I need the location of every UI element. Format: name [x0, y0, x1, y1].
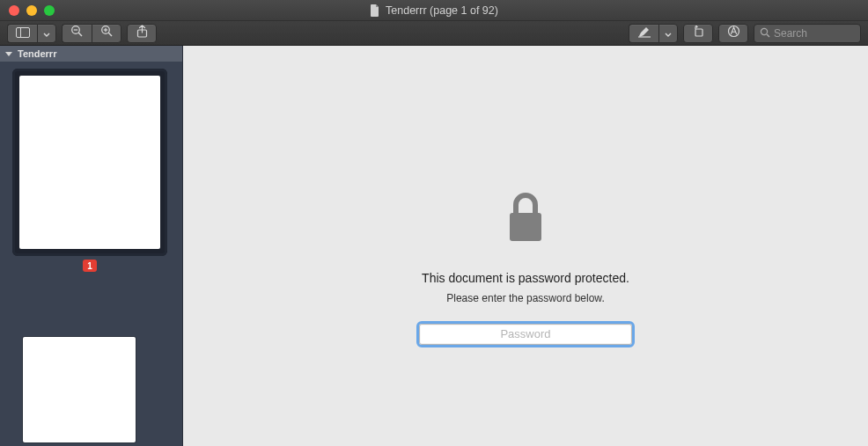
window-titlebar: Tenderrr (page 1 of 92): [0, 0, 868, 21]
markup-toolbar-button[interactable]: [718, 24, 748, 43]
sidebar-view-dropdown[interactable]: [37, 24, 56, 43]
chevron-down-icon: [665, 26, 672, 41]
sidebar-body: 1: [0, 62, 182, 446]
chevron-down-icon: [43, 26, 50, 41]
rotate-icon: [692, 26, 705, 41]
document-view: This document is password protected. Ple…: [183, 46, 868, 446]
content-area: Tenderrr 1 This document is password pro…: [0, 46, 868, 446]
minimize-window-button[interactable]: [26, 5, 37, 16]
svg-line-6: [108, 33, 112, 36]
lock-heading: This document is password protected.: [419, 271, 632, 285]
zoom-window-button[interactable]: [44, 5, 55, 16]
highlighter-icon: [637, 26, 651, 41]
search-icon: [760, 26, 770, 41]
svg-line-14: [767, 34, 769, 37]
window-title: Tenderrr (page 1 of 92): [0, 4, 868, 17]
thumbnails-sidebar: Tenderrr 1: [0, 46, 183, 446]
page-thumbnail[interactable]: 1: [12, 69, 167, 256]
search-field[interactable]: [754, 24, 861, 43]
share-button[interactable]: [127, 24, 157, 43]
lock-icon: [419, 192, 632, 243]
page-number-badge: 1: [83, 260, 97, 272]
lock-subheading: Please enter the password below.: [419, 292, 632, 304]
zoom-out-icon: [70, 25, 84, 41]
sidebar-view-button[interactable]: [7, 24, 37, 43]
toolbar: [0, 21, 868, 46]
document-icon: [370, 4, 380, 17]
page-preview: [19, 76, 160, 249]
sidebar-layout-icon: [16, 26, 30, 41]
svg-rect-15: [510, 213, 541, 241]
svg-rect-0: [16, 27, 29, 37]
highlight-button[interactable]: [629, 24, 658, 43]
page-thumbnail[interactable]: [23, 337, 136, 442]
window-title-text: Tenderrr (page 1 of 92): [386, 4, 498, 17]
zoom-out-button[interactable]: [62, 24, 92, 43]
password-input[interactable]: [419, 324, 632, 345]
sidebar-document-title: Tenderrr: [18, 48, 56, 59]
password-prompt-pane: This document is password protected. Ple…: [419, 192, 632, 345]
view-mode-segment: [7, 24, 56, 43]
sidebar-header[interactable]: Tenderrr: [0, 46, 182, 62]
markup-icon: [727, 25, 740, 41]
zoom-in-button[interactable]: [92, 24, 121, 43]
share-icon: [136, 25, 148, 41]
zoom-in-icon: [100, 25, 114, 41]
rotate-button[interactable]: [683, 24, 713, 43]
svg-rect-11: [695, 29, 702, 36]
svg-point-13: [761, 28, 767, 34]
disclosure-triangle-icon: [5, 52, 12, 56]
highlight-dropdown[interactable]: [658, 24, 678, 43]
window-controls: [0, 5, 55, 16]
close-window-button[interactable]: [9, 5, 19, 16]
search-input[interactable]: [774, 27, 855, 40]
markup-segment: [629, 24, 678, 43]
zoom-segment: [62, 24, 121, 43]
svg-line-3: [78, 33, 82, 36]
